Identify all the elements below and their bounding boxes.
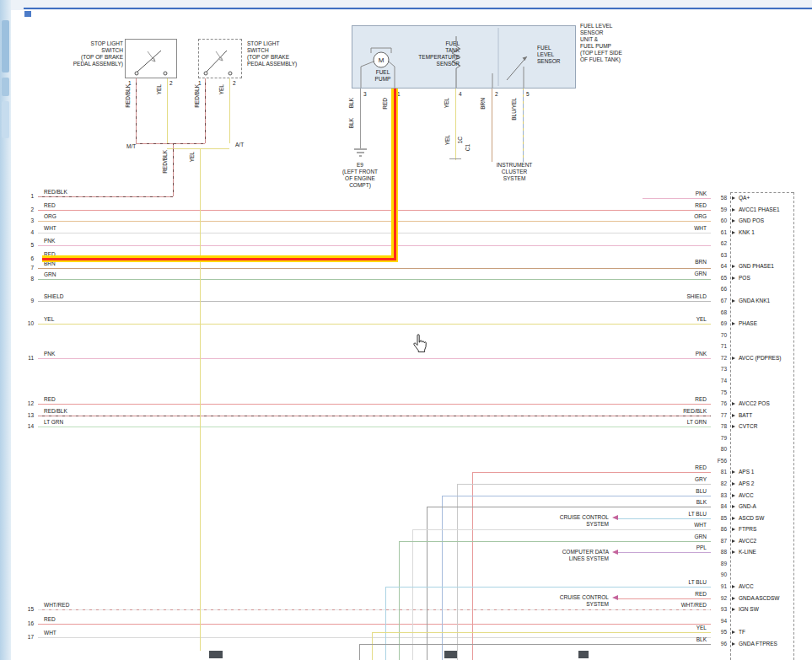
bottom-scroll-marker[interactable] [578,651,589,658]
wire-brn[interactable] [38,268,711,269]
terminal-arrow-icon [732,642,735,646]
system-ref-cruise-control[interactable]: CRUISE CONTROL SYSTEM [537,594,609,608]
fuel-pump-label: FUEL PUMP [368,69,398,83]
wire-yel[interactable] [372,632,373,660]
ground-location-label: E9 (LEFT FRONT OF ENGINE COMPT) [337,162,383,189]
row-number: 8 [20,276,34,282]
bottom-scroll-marker[interactable] [209,651,223,658]
stop-light-switch-2[interactable] [198,39,242,78]
pin-color-label: RED [671,202,707,208]
pin-number: 66 [710,286,727,292]
wire-yel[interactable] [38,324,711,325]
pin-signal-label: QA+ [739,195,750,201]
row-number: 9 [20,298,34,303]
pin-signal-label: K-LINE [739,549,756,555]
wire-wht[interactable] [412,529,413,660]
pin-number: 95 [710,629,727,635]
row-number: 14 [20,423,34,429]
wire-red[interactable] [38,624,711,625]
wire-yel[interactable] [167,78,168,143]
system-ref-computer-data-lines[interactable]: COMPUTER DATA LINES SYSTEM [537,549,609,562]
wire-shield[interactable] [38,301,711,302]
wire-blk[interactable] [359,644,711,645]
wire-blk[interactable] [360,89,361,148]
wire-redblk[interactable] [205,78,206,143]
wire-wht[interactable] [38,233,711,233]
wire-yel[interactable] [229,78,230,143]
wire-color-label: LT GRN [44,419,63,425]
wire-ppl[interactable] [618,552,711,553]
wire-blk[interactable] [427,507,711,507]
wire-color-vlabel: RED/BLK [126,84,132,108]
side-panel-handle[interactable] [2,78,9,96]
terminal-arrow-icon [732,402,735,405]
side-panel-handle[interactable] [2,20,9,72]
wire-wht[interactable] [38,637,711,638]
instrument-cluster-label[interactable]: INSTRUMENT CLUSTER SYSTEM [487,162,541,182]
wire-color-label: SHIELD [44,293,63,299]
wire-grn[interactable] [399,541,400,660]
pin-number: 74 [710,378,727,384]
system-ref-cruise-control[interactable]: CRUISE CONTROL SYSTEM [537,514,609,528]
terminal-arrow-icon [732,414,735,417]
terminal-color-label: YEL [444,98,450,108]
wire-redblk[interactable] [173,143,174,196]
wiring-diagram-canvas: STOP LIGHT SWITCH (TOP OF BRAKE PEDAL AS… [0,0,812,660]
pin-number: 80 [710,446,727,452]
wire-redblk[interactable] [38,416,711,416]
wire-red[interactable] [38,404,711,405]
pin-color-label: RED/BLK [671,408,707,414]
pin-color-label: BLU [671,488,707,494]
toolbar-icon[interactable] [24,11,31,17]
terminal-arrow-icon [732,357,735,360]
wire-redblk[interactable] [38,196,173,197]
pin-signal-label: POS [739,275,750,281]
wire-red[interactable] [472,472,711,473]
pin-signal-label: AVCC2 POS [739,400,770,406]
wire-gry[interactable] [457,484,458,660]
wire-ltblu[interactable] [385,587,386,660]
wire-ltblu[interactable] [385,587,711,588]
pin-number: 64 [710,263,727,269]
wire-yel[interactable] [455,89,456,160]
bottom-scroll-marker[interactable] [444,651,458,658]
wire-yel[interactable] [372,632,711,633]
wire-red[interactable] [38,210,711,211]
wire-grn[interactable] [399,541,711,542]
wire-whtred[interactable] [38,609,711,610]
side-panel-handle[interactable] [2,101,9,138]
pin-number: 88 [710,549,727,555]
wire-redblk[interactable] [136,143,205,144]
pin-color-label: RED [671,591,707,597]
terminal-arrow-icon [732,425,735,428]
row-number: 3 [20,217,34,223]
wire-wht[interactable] [412,529,711,530]
highlighted-wire-core-vertical [394,89,396,260]
wire-blu[interactable] [442,496,711,496]
wire-ltgrn[interactable] [38,427,711,427]
wire-bluyel[interactable] [523,89,524,162]
pin-color-label: SHIELD [671,293,707,299]
pin-number: 67 [710,298,727,303]
wire-gry[interactable] [457,484,711,485]
connector-mark: 1C [458,137,464,143]
wire-grn[interactable] [38,279,711,280]
wire-ltblu[interactable] [618,518,711,519]
wire-blu[interactable] [442,496,443,660]
wire-brn[interactable] [492,89,492,162]
wire-pnk[interactable] [38,245,711,246]
pin-color-label: GRY [671,476,707,482]
wire-yel[interactable] [167,148,229,149]
switch-symbol [126,40,176,78]
wire-redblk[interactable] [136,78,137,143]
connector-mark: C1 [465,144,471,151]
stop-light-switch-1[interactable] [125,39,177,78]
wire-pnk[interactable] [38,358,711,359]
wire-blk[interactable] [359,644,360,660]
pin-number: 71 [710,343,727,349]
wire-pnk[interactable] [643,198,711,199]
wire-yel[interactable] [200,148,201,651]
wire-red[interactable] [618,598,711,599]
wire-org[interactable] [38,221,711,222]
terminal-arrow-icon [732,322,735,325]
